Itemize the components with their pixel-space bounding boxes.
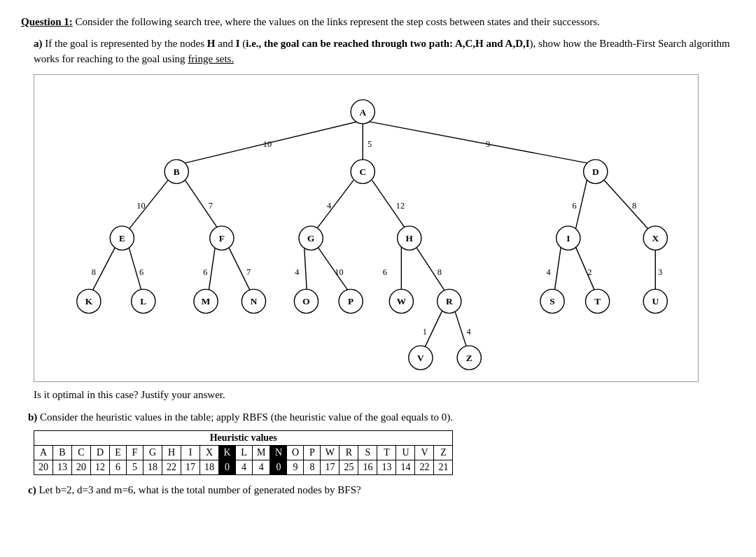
svg-text:S: S [550,296,554,306]
heuristic-col-B: B [53,446,72,460]
svg-text:4: 4 [466,327,470,337]
heuristic-col-P: P [304,446,321,460]
page-content: Question 1: Consider the following searc… [21,14,735,498]
heuristic-col-A: A [34,446,53,460]
heuristic-val-U: 14 [396,460,415,475]
svg-text:U: U [652,296,659,306]
heuristic-val-D: 12 [91,460,110,475]
svg-text:E: E [119,233,125,244]
heuristic-col-W: W [321,446,340,460]
question-intro: Consider the following search tree, wher… [76,16,600,27]
heuristic-col-X: X [200,446,219,460]
svg-text:10: 10 [136,200,145,210]
heuristic-val-A: 20 [34,460,53,475]
svg-text:6: 6 [203,267,207,276]
heuristic-val-S: 16 [358,460,377,475]
heuristic-val-F: 5 [127,460,144,475]
svg-text:6: 6 [573,200,577,210]
svg-text:8: 8 [632,200,636,210]
svg-line-8 [186,180,219,229]
heuristic-val-O: 9 [287,460,304,475]
heuristic-col-H: H [162,446,181,460]
part-b: b) Consider the heuristic values in the … [28,409,735,425]
heuristic-val-T: 13 [377,460,396,475]
svg-text:M: M [202,296,211,306]
heuristic-val-Z: 21 [434,460,453,475]
svg-text:I: I [566,233,570,244]
svg-text:8: 8 [92,267,96,276]
svg-line-16 [604,180,649,229]
heuristic-col-U: U [396,446,415,460]
heuristic-col-F: F [127,446,144,460]
svg-text:8: 8 [438,267,442,276]
heuristic-val-X: 18 [200,460,219,475]
svg-text:4: 4 [327,200,331,210]
svg-text:K: K [85,296,93,306]
heuristic-col-D: D [91,446,110,460]
tree-container: 10 5 9 10 7 4 12 6 8 [34,74,699,382]
svg-text:7: 7 [209,200,213,210]
heuristic-col-N: N [270,446,287,460]
heuristic-val-C: 20 [72,460,91,475]
svg-line-4 [363,120,587,163]
heuristic-val-H: 22 [162,460,181,475]
svg-text:4: 4 [546,267,550,276]
svg-text:P: P [348,296,354,306]
svg-text:6: 6 [139,267,144,276]
svg-text:V: V [417,353,424,363]
heuristic-col-row: ABCDEFGHIXKLMNOPWRSTUVZ [34,446,453,460]
heuristic-val-row: 20132012651822171804409817251613142221 [34,460,453,475]
part-b-text: Consider the heuristic values in the tab… [40,411,453,423]
svg-text:10: 10 [335,267,343,276]
heuristic-col-S: S [358,446,377,460]
heuristic-val-M: 4 [253,460,270,475]
svg-line-10 [316,180,354,229]
heuristic-col-I: I [181,446,200,460]
svg-text:O: O [302,296,309,306]
part-a-text: If the goal is represented by the nodes … [34,38,730,65]
svg-line-0 [186,120,363,163]
tree-svg: 10 5 9 10 7 4 12 6 8 [41,82,691,374]
part-c: c) Let b=2, d=3 and m=6, what is the tot… [28,482,735,498]
heuristic-val-N: 0 [270,460,287,475]
svg-text:C: C [359,167,366,177]
heuristic-val-V: 22 [415,460,434,475]
heuristic-val-L: 4 [236,460,253,475]
heuristic-col-C: C [72,446,91,460]
svg-text:F: F [219,233,225,244]
heuristic-table-header: Heuristic values [34,431,453,446]
svg-text:B: B [174,167,180,177]
svg-line-22 [209,246,216,292]
svg-text:5: 5 [368,139,372,149]
svg-text:7: 7 [246,267,251,276]
svg-text:L: L [140,296,146,306]
svg-text:R: R [446,296,453,306]
heuristic-col-T: T [377,446,396,460]
heuristic-val-B: 13 [53,460,72,475]
heuristic-val-K: 0 [219,460,236,475]
heuristic-col-R: R [340,446,358,460]
heuristic-col-E: E [110,446,127,460]
part-a: a) If the goal is represented by the nod… [34,36,735,67]
svg-text:6: 6 [383,267,387,276]
svg-text:3: 3 [658,267,662,276]
question-header: Question 1: Consider the following searc… [21,14,735,30]
heuristic-col-G: G [144,446,162,460]
heuristic-val-R: 25 [340,460,358,475]
optimal-text: Is it optimal in this case? Justify your… [34,389,722,401]
svg-line-36 [575,246,596,292]
part-c-text: Let b=2, d=3 and m=6, what is the total … [38,484,360,495]
heuristic-col-M: M [253,446,270,460]
svg-line-28 [318,246,350,292]
heuristic-val-I: 17 [181,460,200,475]
heuristic-col-O: O [287,446,304,460]
svg-text:Z: Z [466,353,472,363]
heuristic-val-W: 17 [321,460,340,475]
svg-text:2: 2 [587,267,592,276]
svg-line-14 [575,180,587,229]
svg-line-6 [129,180,168,229]
heuristic-col-L: L [236,446,253,460]
svg-text:N: N [251,296,258,306]
svg-text:12: 12 [396,200,405,210]
heuristic-val-G: 18 [144,460,162,475]
